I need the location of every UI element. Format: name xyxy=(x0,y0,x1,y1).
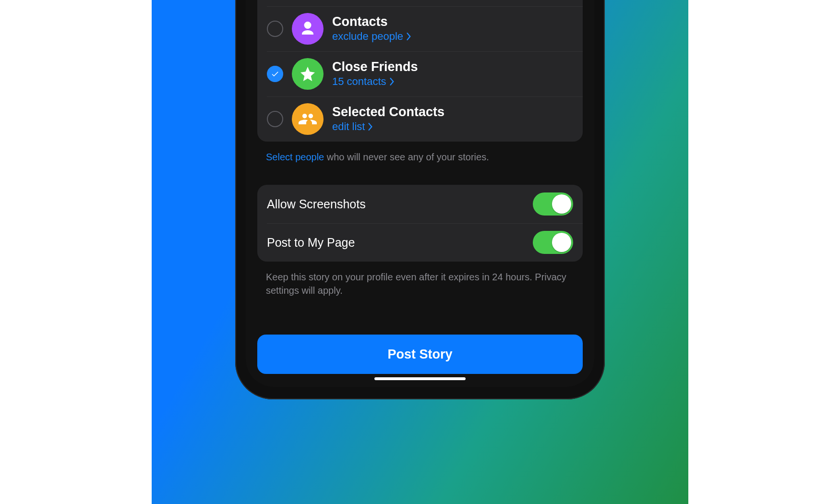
phone-screen: WHO CAN VIEW THIS STORY Everyone exclude… xyxy=(246,0,594,387)
option-title: Contacts xyxy=(332,15,412,29)
toggle-row-allow-screenshots: Allow Screenshots xyxy=(257,185,583,223)
radio-selected-contacts[interactable] xyxy=(267,111,283,127)
toggle-allow-screenshots[interactable] xyxy=(533,192,573,216)
phone-frame: WHO CAN VIEW THIS STORY Everyone exclude… xyxy=(235,0,605,399)
visibility-options-card: Everyone exclude people xyxy=(257,0,583,142)
toggles-card: Allow Screenshots Post to My Page xyxy=(257,185,583,262)
hint-text: who will never see any of your stories. xyxy=(324,152,489,162)
chevron-right-icon xyxy=(368,123,373,131)
option-close-friends[interactable]: Close Friends 15 contacts xyxy=(257,51,583,96)
promo-background: WHO CAN VIEW THIS STORY Everyone exclude… xyxy=(152,0,688,504)
group-icon xyxy=(292,103,324,135)
toggle-label: Post to My Page xyxy=(267,236,355,250)
edit-list-link[interactable]: edit list xyxy=(332,120,444,133)
chevron-right-icon xyxy=(406,33,412,40)
close-friends-count-link[interactable]: 15 contacts xyxy=(332,75,418,88)
radio-close-friends[interactable] xyxy=(267,66,283,82)
chevron-right-icon xyxy=(389,78,395,85)
select-people-link[interactable]: Select people xyxy=(266,152,324,162)
option-everyone[interactable]: Everyone exclude people xyxy=(257,0,583,6)
exclude-people-link[interactable]: exclude people xyxy=(332,30,412,43)
star-icon xyxy=(292,58,324,90)
toggle-post-to-page[interactable] xyxy=(533,231,573,254)
footer-hint: Keep this story on your profile even aft… xyxy=(257,262,583,297)
toggle-row-post-to-page: Post to My Page xyxy=(257,223,583,262)
option-title: Close Friends xyxy=(332,60,418,74)
block-people-hint: Select people who will never see any of … xyxy=(257,142,583,164)
home-indicator xyxy=(374,377,466,380)
option-title: Selected Contacts xyxy=(332,105,444,120)
toggle-label: Allow Screenshots xyxy=(267,197,366,211)
option-contacts[interactable]: Contacts exclude people xyxy=(257,6,583,51)
post-story-button[interactable]: Post Story xyxy=(257,335,583,374)
radio-contacts[interactable] xyxy=(267,21,283,37)
person-icon xyxy=(292,13,324,45)
option-selected-contacts[interactable]: Selected Contacts edit list xyxy=(257,96,583,142)
